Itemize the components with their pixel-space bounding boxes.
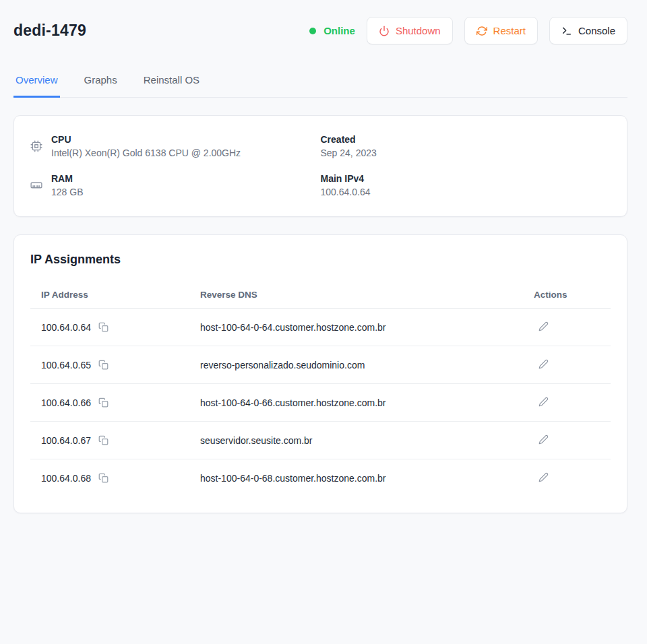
copy-icon bbox=[98, 435, 109, 445]
pencil-icon bbox=[538, 472, 549, 482]
shutdown-button[interactable]: Shutdown bbox=[367, 17, 453, 44]
copy-icon bbox=[98, 397, 109, 408]
actions-cell bbox=[523, 422, 611, 459]
copy-ip-button[interactable] bbox=[98, 359, 109, 371]
ram-icon bbox=[30, 179, 42, 191]
page-title: dedi-1479 bbox=[13, 22, 86, 40]
copy-ip-button[interactable] bbox=[98, 397, 109, 408]
terminal-icon bbox=[561, 26, 572, 36]
reverse-dns-cell: reverso-personalizado.seudominio.com bbox=[189, 346, 523, 384]
ip-address-text: 100.64.0.67 bbox=[41, 435, 91, 446]
refresh-icon bbox=[476, 26, 487, 36]
info-value: Intel(R) Xeon(R) Gold 6138 CPU @ 2.00GHz bbox=[51, 147, 241, 159]
restart-button[interactable]: Restart bbox=[464, 17, 538, 44]
page: dedi-1479 Online Shutdown bbox=[0, 0, 647, 513]
edit-reverse-dns-button[interactable] bbox=[538, 358, 549, 370]
edit-reverse-dns-button[interactable] bbox=[538, 472, 549, 483]
table-row: 100.64.0.66 host-100-64-0-66.customer.ho… bbox=[30, 384, 611, 422]
status-badge: Online bbox=[309, 25, 355, 36]
copy-icon bbox=[98, 360, 109, 370]
reverse-dns-cell: host-100-64-0-66.customer.hostzone.com.b… bbox=[189, 384, 523, 422]
info-label: RAM bbox=[51, 172, 83, 185]
ip-cell: 100.64.0.67 bbox=[30, 422, 189, 459]
reverse-dns-text: host-100-64-0-68.customer.hostzone.com.b… bbox=[200, 473, 386, 484]
reverse-dns-text: host-100-64-0-66.customer.hostzone.com.b… bbox=[200, 397, 386, 408]
reverse-dns-text: host-100-64-0-64.customer.hostzone.com.b… bbox=[200, 322, 386, 333]
ip-address-text: 100.64.0.65 bbox=[41, 360, 91, 371]
ip-cell: 100.64.0.66 bbox=[30, 384, 189, 422]
copy-icon bbox=[98, 322, 109, 332]
ip-address-text: 100.64.0.68 bbox=[41, 473, 91, 484]
actions-cell bbox=[523, 346, 611, 384]
pencil-icon bbox=[538, 359, 549, 369]
pencil-icon bbox=[538, 397, 549, 407]
info-text: Main IPv4 100.64.0.64 bbox=[321, 172, 371, 198]
status-dot-icon bbox=[309, 28, 316, 34]
info-value: Sep 24, 2023 bbox=[321, 147, 377, 159]
shutdown-button-label: Shutdown bbox=[396, 25, 441, 36]
ip-assignments-card: IP Assignments IP Address Reverse DNS Ac… bbox=[13, 234, 627, 513]
table-header-row: IP Address Reverse DNS Actions bbox=[30, 282, 611, 309]
copy-ip-button[interactable] bbox=[98, 472, 109, 484]
actions-cell bbox=[523, 309, 611, 346]
info-label: Main IPv4 bbox=[321, 172, 371, 185]
topbar-actions: Online Shutdown Restart bbox=[309, 17, 627, 44]
console-button[interactable]: Console bbox=[549, 17, 627, 44]
pencil-icon bbox=[538, 321, 549, 331]
copy-ip-button[interactable] bbox=[98, 434, 109, 446]
tab-overview[interactable]: Overview bbox=[13, 65, 60, 98]
reverse-dns-text: reverso-personalizado.seudominio.com bbox=[200, 360, 365, 371]
edit-reverse-dns-button[interactable] bbox=[538, 321, 549, 332]
info-label: Created bbox=[321, 133, 377, 146]
actions-cell bbox=[523, 384, 611, 422]
info-item-created: Created Sep 24, 2023 bbox=[321, 133, 611, 159]
edit-reverse-dns-button[interactable] bbox=[538, 396, 549, 408]
actions-cell bbox=[523, 459, 611, 497]
info-text: Created Sep 24, 2023 bbox=[321, 133, 377, 159]
server-info-grid: CPU Intel(R) Xeon(R) Gold 6138 CPU @ 2.0… bbox=[14, 116, 627, 216]
topbar: dedi-1479 Online Shutdown bbox=[0, 0, 647, 44]
reverse-dns-cell: seuservidor.seusite.com.br bbox=[189, 422, 523, 459]
info-item-main-ipv4: Main IPv4 100.64.0.64 bbox=[321, 172, 611, 198]
ip-address-text: 100.64.0.64 bbox=[41, 322, 91, 333]
info-text: CPU Intel(R) Xeon(R) Gold 6138 CPU @ 2.0… bbox=[51, 133, 241, 159]
reverse-dns-text: seuservidor.seusite.com.br bbox=[200, 435, 313, 446]
ip-cell: 100.64.0.64 bbox=[30, 309, 189, 346]
table-row: 100.64.0.67 seuservidor.seusite.com.br bbox=[30, 422, 611, 459]
ip-table-body: 100.64.0.64 host-100-64-0-64.customer.ho… bbox=[30, 309, 611, 497]
ip-address-text: 100.64.0.66 bbox=[41, 397, 91, 408]
reverse-dns-cell: host-100-64-0-68.customer.hostzone.com.b… bbox=[189, 459, 523, 497]
column-header-ip-address: IP Address bbox=[30, 282, 189, 309]
ip-table: IP Address Reverse DNS Actions 100.64.0.… bbox=[30, 282, 611, 496]
info-value: 100.64.0.64 bbox=[321, 186, 371, 198]
copy-ip-button[interactable] bbox=[98, 321, 109, 333]
cpu-icon bbox=[30, 140, 42, 152]
reverse-dns-cell: host-100-64-0-64.customer.hostzone.com.b… bbox=[189, 309, 523, 346]
console-button-label: Console bbox=[578, 25, 615, 36]
power-icon bbox=[379, 26, 390, 36]
section-title: IP Assignments bbox=[30, 253, 611, 267]
copy-icon bbox=[98, 473, 109, 483]
tabs: Overview Graphs Reinstall OS bbox=[13, 65, 627, 98]
restart-button-label: Restart bbox=[493, 25, 526, 36]
column-header-actions: Actions bbox=[523, 282, 611, 309]
ip-cell: 100.64.0.68 bbox=[30, 459, 189, 497]
info-item-ram: RAM 128 GB bbox=[30, 172, 321, 198]
table-row: 100.64.0.65 reverso-personalizado.seudom… bbox=[30, 346, 611, 384]
table-row: 100.64.0.68 host-100-64-0-68.customer.ho… bbox=[30, 459, 611, 497]
ip-cell: 100.64.0.65 bbox=[30, 346, 189, 384]
server-info-card: CPU Intel(R) Xeon(R) Gold 6138 CPU @ 2.0… bbox=[13, 115, 627, 217]
info-text: RAM 128 GB bbox=[51, 172, 83, 198]
info-item-cpu: CPU Intel(R) Xeon(R) Gold 6138 CPU @ 2.0… bbox=[30, 133, 321, 159]
column-header-reverse-dns: Reverse DNS bbox=[189, 282, 523, 309]
info-value: 128 GB bbox=[51, 186, 83, 198]
tab-graphs[interactable]: Graphs bbox=[82, 65, 119, 98]
status-label: Online bbox=[324, 25, 355, 36]
edit-reverse-dns-button[interactable] bbox=[538, 434, 549, 445]
info-label: CPU bbox=[51, 133, 241, 146]
tab-reinstall-os[interactable]: Reinstall OS bbox=[142, 65, 202, 98]
table-row: 100.64.0.64 host-100-64-0-64.customer.ho… bbox=[30, 309, 611, 346]
pencil-icon bbox=[538, 434, 549, 445]
